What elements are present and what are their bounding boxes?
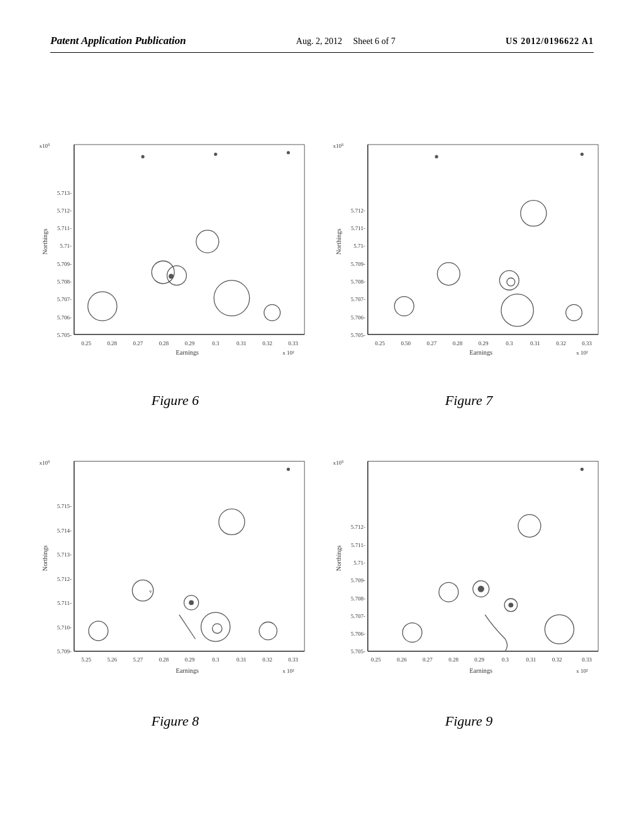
svg-text:Northings: Northings bbox=[42, 545, 48, 571]
svg-text:0.33: 0.33 bbox=[288, 340, 298, 346]
svg-point-63 bbox=[394, 297, 414, 316]
publication-title: Patent Application Publication bbox=[50, 35, 186, 47]
svg-text:0.3: 0.3 bbox=[502, 656, 509, 663]
figures-grid: Northings x10⁵ 5.705- 5.706- 5.707- 5.70… bbox=[38, 113, 606, 729]
svg-point-92 bbox=[219, 509, 245, 534]
page: Patent Application Publication Aug. 2, 2… bbox=[0, 0, 644, 830]
svg-text:x 10²: x 10² bbox=[576, 668, 588, 674]
svg-text:5.709-: 5.709- bbox=[57, 261, 72, 267]
header: Patent Application Publication Aug. 2, 2… bbox=[50, 35, 594, 53]
svg-text:0.3: 0.3 bbox=[212, 340, 219, 346]
svg-text:Northings: Northings bbox=[335, 545, 342, 571]
svg-point-101 bbox=[287, 468, 290, 471]
svg-text:x 10²: x 10² bbox=[576, 350, 588, 356]
svg-point-127 bbox=[518, 514, 541, 537]
svg-point-96 bbox=[189, 600, 194, 606]
svg-text:5.712-: 5.712- bbox=[351, 524, 365, 530]
svg-text:Earnings: Earnings bbox=[470, 667, 493, 674]
y-axis-label: Northings bbox=[42, 229, 48, 255]
svg-text:0.27: 0.27 bbox=[427, 340, 437, 346]
figure8-caption: Figure 8 bbox=[152, 713, 199, 729]
svg-text:5.25: 5.25 bbox=[81, 656, 91, 663]
svg-text:0.33: 0.33 bbox=[582, 340, 592, 346]
svg-text:5.710-: 5.710- bbox=[57, 624, 72, 631]
figure6-container: Northings x10⁵ 5.705- 5.706- 5.707- 5.70… bbox=[38, 113, 313, 409]
svg-text:0.25: 0.25 bbox=[371, 656, 381, 663]
svg-text:5.705-: 5.705- bbox=[351, 648, 365, 655]
svg-text:0.31: 0.31 bbox=[526, 656, 536, 663]
svg-text:0.28: 0.28 bbox=[448, 656, 458, 663]
svg-text:5.706-: 5.706- bbox=[351, 314, 365, 321]
svg-point-100 bbox=[259, 622, 277, 639]
svg-point-62 bbox=[507, 278, 515, 286]
figure7-chart: Northings x10⁵ 5.705- 5.706- 5.707- 5.70… bbox=[331, 113, 606, 386]
svg-text:5.712-: 5.712- bbox=[351, 208, 365, 214]
svg-point-135 bbox=[580, 468, 584, 471]
svg-text:0.27: 0.27 bbox=[423, 656, 433, 663]
svg-text:0.32: 0.32 bbox=[556, 340, 566, 346]
figure9-caption: Figure 9 bbox=[445, 713, 493, 729]
svg-text:0.28: 0.28 bbox=[159, 656, 169, 663]
figure6-caption: Figure 6 bbox=[152, 392, 199, 409]
x-axis-label: Earnings bbox=[176, 349, 199, 356]
svg-point-128 bbox=[439, 582, 458, 602]
svg-text:0.50: 0.50 bbox=[401, 340, 411, 346]
svg-text:0.25: 0.25 bbox=[81, 340, 91, 346]
svg-text:5.715-: 5.715- bbox=[57, 503, 72, 509]
svg-text:5.71-: 5.71- bbox=[60, 243, 72, 249]
svg-text:5.71-: 5.71- bbox=[353, 243, 365, 249]
svg-text:0.31: 0.31 bbox=[530, 340, 540, 346]
svg-point-28 bbox=[214, 280, 250, 316]
svg-text:5.711-: 5.711- bbox=[57, 225, 72, 231]
svg-text:Earnings: Earnings bbox=[176, 667, 199, 674]
svg-point-29 bbox=[196, 230, 219, 253]
figure9-chart: Northings x10⁵ 5.705- 5.706- 5.707- 5.70… bbox=[331, 434, 606, 707]
svg-text:Earnings: Earnings bbox=[470, 349, 493, 356]
figure7-svg: Northings x10⁵ 5.705- 5.706- 5.707- 5.70… bbox=[331, 113, 606, 386]
svg-text:0.29: 0.29 bbox=[185, 656, 195, 663]
svg-text:0.27: 0.27 bbox=[133, 340, 143, 346]
svg-text:5.712-: 5.712- bbox=[57, 208, 72, 214]
svg-point-132 bbox=[508, 602, 513, 607]
svg-text:0.33: 0.33 bbox=[288, 656, 298, 663]
svg-text:0.29: 0.29 bbox=[474, 656, 484, 663]
figure7-caption: Figure 7 bbox=[445, 392, 493, 409]
svg-text:x10⁵: x10⁵ bbox=[40, 460, 50, 466]
svg-text:5.707-: 5.707- bbox=[351, 296, 365, 302]
svg-point-24 bbox=[88, 292, 117, 321]
svg-point-98 bbox=[213, 624, 222, 633]
svg-text:5.709-: 5.709- bbox=[57, 648, 72, 655]
figure6-svg: Northings x10⁵ 5.705- 5.706- 5.707- 5.70… bbox=[38, 113, 313, 386]
svg-point-30 bbox=[264, 304, 280, 321]
svg-point-64 bbox=[501, 294, 533, 326]
svg-text:0.28: 0.28 bbox=[107, 340, 117, 346]
svg-text:x10⁵: x10⁵ bbox=[333, 143, 344, 149]
svg-text:5.26: 5.26 bbox=[107, 656, 117, 663]
figure8-container: Northings x10⁵ 5.709- 5.710- 5.711- 5.71… bbox=[38, 434, 313, 729]
svg-text:5.711-: 5.711- bbox=[57, 600, 72, 606]
svg-text:5.711-: 5.711- bbox=[351, 225, 365, 231]
figure9-svg: Northings x10⁵ 5.705- 5.706- 5.707- 5.70… bbox=[331, 434, 606, 707]
figure6-chart: Northings x10⁵ 5.705- 5.706- 5.707- 5.70… bbox=[38, 113, 313, 386]
svg-text:5.712-: 5.712- bbox=[57, 576, 72, 582]
svg-text:0.31: 0.31 bbox=[236, 340, 247, 346]
svg-text:x10⁵: x10⁵ bbox=[40, 143, 50, 149]
svg-text:5.708-: 5.708- bbox=[351, 595, 365, 602]
svg-text:5.706-: 5.706- bbox=[351, 631, 365, 637]
svg-point-134 bbox=[545, 615, 574, 644]
svg-point-61 bbox=[499, 270, 519, 290]
svg-text:0.26: 0.26 bbox=[397, 656, 407, 663]
svg-point-129 bbox=[478, 585, 484, 592]
svg-text:5.71-: 5.71- bbox=[353, 560, 365, 566]
svg-point-27 bbox=[169, 274, 174, 279]
svg-text:5.708-: 5.708- bbox=[351, 279, 365, 285]
svg-point-65 bbox=[566, 304, 582, 321]
figure9-container: Northings x10⁵ 5.705- 5.706- 5.707- 5.70… bbox=[331, 434, 606, 729]
svg-point-25 bbox=[152, 261, 174, 284]
svg-text:0.33: 0.33 bbox=[582, 656, 592, 663]
svg-text:0.25: 0.25 bbox=[375, 340, 385, 346]
svg-text:x 10²: x 10² bbox=[282, 350, 294, 356]
svg-point-97 bbox=[201, 612, 230, 641]
svg-text:0.3: 0.3 bbox=[506, 340, 513, 346]
svg-text:5.708-: 5.708- bbox=[57, 279, 72, 285]
